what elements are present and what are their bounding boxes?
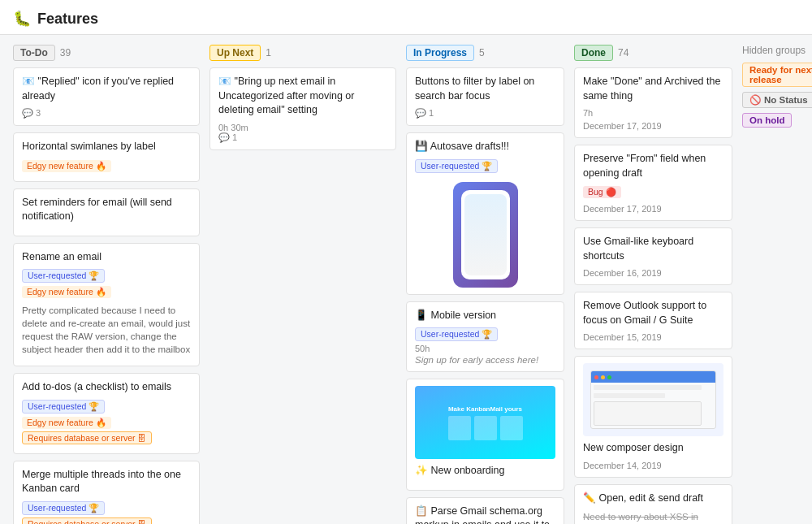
card-title: 📱 Mobile version [415,309,555,323]
card-comment: 💬 1 [415,108,555,119]
column-done: Done 74 Make "Done" and Archived the sam… [574,45,732,524]
card-ip-2[interactable]: 💾 Autosave drafts!!! User-requested 🏆 [406,132,564,295]
card-title: New composer design [583,441,723,456]
card-desc: Need to worry about XSS in editor New ed… [583,510,723,524]
date-label: December 17, 2019 [583,121,723,131]
column-inprogress: In Progress 5 Buttons to filter by label… [406,45,564,524]
card-title: ✨ New onboarding [415,464,555,479]
column-upnext: Up Next 1 📧 "Bring up next email in Unca… [209,45,396,157]
column-header-upnext: Up Next 1 [209,45,396,61]
card-title: Merge multiple threads into the one Kanb… [22,468,191,496]
card-done-2[interactable]: Preserve "From" field when opening draft… [574,145,732,221]
card-time: 7h [583,108,723,118]
date-label: December 15, 2019 [583,332,723,342]
card-ip-4[interactable]: Make KanbanMail yours ✨ New onboarding [406,379,564,491]
card-todo-2[interactable]: Horizontal swimlanes by label Edgy new f… [13,132,200,182]
card-title: Horizontal swimlanes by label [22,140,191,154]
strikethrough-text: Need to worry about XSS in editor [583,512,698,524]
date-label: December 16, 2019 [583,268,723,278]
kanban-preview: Make KanbanMail yours [415,386,555,459]
tag-edgy: Edgy new feature 🔥 [22,286,111,298]
hg-nostat-label[interactable]: 🚫 No Status [742,92,812,108]
no-entry-icon: 🚫 [749,94,761,106]
card-ip-1[interactable]: Buttons to filter by label on search bar… [406,67,564,126]
tag-user: User-requested 🏆 [415,159,498,173]
signup-text: Sign up for early access here! [415,355,555,365]
page-title: Features [37,11,98,28]
card-time: 50h [415,344,555,353]
composer-image [583,363,723,436]
card-comment: 💬 1 [218,132,387,143]
card-ip-3[interactable]: 📱 Mobile version User-requested 🏆 50h Si… [406,301,564,373]
card-upnext-1[interactable]: 📧 "Bring up next email in Uncategorized … [209,67,396,150]
todo-label: To-Do [13,45,55,61]
card-title: ✏️ Open, edit & send draft [583,492,723,506]
column-header-todo: To-Do 39 [13,45,200,61]
todo-count: 39 [60,47,71,58]
column-todo: To-Do 39 📧 "Replied" icon if you've repl… [13,45,200,524]
card-title: 📧 "Bring up next email in Uncategorized … [218,75,387,118]
card-ip-5[interactable]: 📋 Parse Gmail schema.org markup in email… [406,497,564,525]
tag-user: User-requested 🏆 [22,400,105,414]
column-header-inprogress: In Progress 5 [406,45,564,61]
card-title: 📧 "Replied" icon if you've replied alrea… [22,75,191,103]
upnext-label: Up Next [209,45,261,61]
onboarding-image: Make KanbanMail yours [415,386,555,459]
date-label: December 14, 2019 [583,461,723,470]
card-todo-5[interactable]: Add to-dos (a checklist) to emails User-… [13,373,200,454]
card-title: 💾 Autosave drafts!!! [415,140,555,154]
column-header-done: Done 74 [574,45,732,61]
card-title: Add to-dos (a checklist) to emails [22,380,191,395]
tag-bug: Bug 🔴 [583,186,621,198]
tag-user: User-requested 🏆 [22,269,105,283]
tag-edgy: Edgy new feature 🔥 [22,417,111,429]
hg-onhold-label[interactable]: On hold [742,113,792,128]
date-label: December 17, 2019 [583,204,723,214]
card-done-1[interactable]: Make "Done" and Archived the same thing … [574,67,732,138]
card-desc: Pretty complicated because I need to del… [22,304,191,356]
card-title: Buttons to filter by label on search bar… [415,75,555,103]
inprogress-count: 5 [479,47,485,58]
card-done-4[interactable]: Remove Outlook support to focus on Gmail… [574,292,732,349]
card-title: Rename an email [22,250,191,265]
phone-image [453,182,518,288]
tag-db: Requires database or server 🗄 [22,431,152,444]
card-todo-3[interactable]: Set reminders for email (will send notif… [13,188,200,236]
inprogress-label: In Progress [406,45,474,61]
done-count: 74 [618,47,628,58]
done-label: Done [574,45,613,61]
card-done-6[interactable]: ✏️ Open, edit & send draft Need to worry… [574,484,732,525]
page-header: 🐛 Features [0,0,812,35]
card-title: 📋 Parse Gmail schema.org markup in email… [415,505,555,525]
hidden-group-nostat[interactable]: 🚫 No Status 0 [742,92,812,108]
card-title: Make "Done" and Archived the same thing [583,75,723,103]
hidden-group-ready[interactable]: Ready for next release 0 [742,63,812,87]
card-title: Use Gmail-like keyboard shortcuts [583,235,723,263]
page-icon: 🐛 [13,10,31,28]
card-todo-6[interactable]: Merge multiple threads into the one Kanb… [13,461,200,524]
card-title: Preserve "From" field when opening draft [583,152,723,180]
card-comment: 💬 3 [22,108,191,119]
board: To-Do 39 📧 "Replied" icon if you've repl… [0,35,812,524]
tag-user: User-requested 🏆 [22,501,105,515]
tag-user: User-requested 🏆 [415,327,498,341]
card-title: Set reminders for email (will send notif… [22,196,191,224]
phone-inner [464,194,507,275]
card-time: 0h 30m [218,123,387,132]
card-todo-4[interactable]: Rename an email User-requested 🏆 Edgy ne… [13,243,200,367]
hidden-groups-title: Hidden groups [742,45,812,56]
tag-edgy: Edgy new feature 🔥 [22,160,111,172]
hidden-group-onhold[interactable]: On hold 6 [742,113,812,128]
phone-screen [461,190,510,279]
card-todo-1[interactable]: 📧 "Replied" icon if you've replied alrea… [13,67,200,126]
upnext-count: 1 [266,47,271,58]
card-done-5[interactable]: New composer design December 14, 2019 [574,356,732,478]
hg-ready-label[interactable]: Ready for next release [742,63,812,87]
tag-db: Requires database or server 🗄 [22,518,152,524]
card-title: Remove Outlook support to focus on Gmail… [583,299,723,327]
card-done-3[interactable]: Use Gmail-like keyboard shortcuts Decemb… [574,227,732,285]
hidden-groups: Hidden groups Ready for next release 0 🚫… [742,45,812,132]
